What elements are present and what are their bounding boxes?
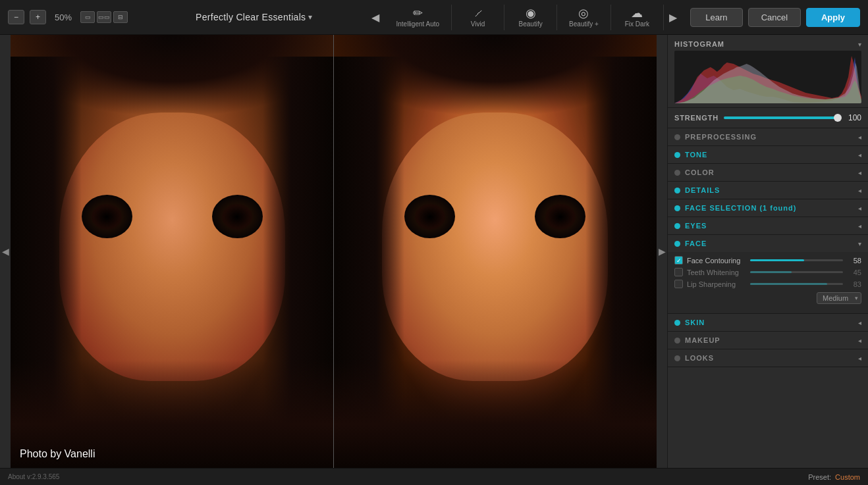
face-label: FACE [685,240,854,247]
eyes-label: EYES [685,222,854,230]
minus-button[interactable]: − [8,10,24,24]
section-tone-header[interactable]: TONE ◂ [668,146,868,163]
face-contouring-slider[interactable] [750,259,843,261]
strength-slider[interactable] [724,116,838,119]
right-panel: HISTOGRAM ▾ STRENGTH [667,35,868,468]
chin-right [334,360,657,469]
histogram-section: HISTOGRAM ▾ [668,35,868,108]
section-makeup-header[interactable]: MAKEUP ◂ [668,332,868,349]
preprocessing-arrow: ◂ [858,134,861,141]
eye-left-right [404,195,455,238]
tool-beautify-plus[interactable]: ◎ Beautify + [557,5,611,30]
section-makeup: MAKEUP ◂ [668,332,868,349]
section-preprocessing-header[interactable]: PREPROCESSING ◂ [668,128,868,145]
section-skin: SKIN ◂ [668,314,868,332]
statusbar: About v:2.9.3.565 Preset: Custom [0,468,868,485]
strength-value: 100 [843,113,861,122]
tone-arrow: ◂ [858,151,861,159]
zoom-level: 50% [51,13,75,22]
makeup-arrow: ◂ [858,337,861,344]
lip-sharpening-slider[interactable] [750,283,843,285]
teeth-whitening-slider[interactable] [750,271,843,273]
tool-fix-dark[interactable]: ☁ Fix Dark [611,5,664,30]
view-compare[interactable]: ⊟ [113,11,128,23]
section-color-header[interactable]: COLOR ◂ [668,164,868,181]
tool-vivid[interactable]: ⟋ Vivid [452,5,504,30]
view-split[interactable]: ▭▭ [97,11,111,23]
preset-status: Preset: Custom [808,473,860,481]
tool-fix-dark-label: Fix Dark [625,20,649,28]
plus-button[interactable]: + [30,10,46,24]
color-arrow: ◂ [858,169,861,176]
eyes-right [404,195,585,238]
right-panel-arrow[interactable]: ▶ [657,35,667,468]
section-eyes-header[interactable]: EYES ◂ [668,217,868,234]
makeup-dot [674,338,680,344]
color-label: COLOR [685,168,854,176]
section-face-header[interactable]: FACE ▾ [668,235,868,252]
section-looks-header[interactable]: LOOKS ◂ [668,349,868,367]
teeth-whitening-label: Teeth Whitening [687,268,746,276]
face-skin-left [59,113,285,381]
photo-credit: Photo by Vanelli [20,448,95,460]
tool-beautify[interactable]: ◉ Beautify [504,5,557,30]
lip-sharpening-fill [750,283,827,285]
preprocessing-dot [674,134,680,140]
face-selection-dot [674,205,680,211]
apply-button[interactable]: Apply [806,8,860,27]
details-arrow: ◂ [858,187,861,194]
face-contouring-checkbox[interactable]: ✓ [674,256,683,265]
beautify-icon: ◉ [526,7,536,19]
eyes-left [82,195,263,238]
lip-sharpening-checkbox[interactable] [674,280,683,288]
tools-prev-arrow[interactable]: ◀ [366,5,385,30]
version-label: About v:2.9.3.565 [8,473,59,480]
view-single[interactable]: ▭ [80,11,95,23]
tools-next-arrow[interactable]: ▶ [664,5,682,30]
strength-label: STRENGTH [674,114,719,122]
topbar-center: Perfectly Clear Essentials ▾ [145,12,366,22]
tool-intelligent-auto[interactable]: ✏ Intelligent Auto [385,5,452,30]
lip-sharpening-row: Lip Sharpening 83 [674,280,861,288]
fix-dark-icon: ☁ [631,7,643,19]
tool-beautify-label: Beautify [519,20,543,28]
medium-dropdown-wrapper: Medium Low High [817,292,861,304]
section-face-selection-header[interactable]: FACE SELECTION (1 found) ◂ [668,199,868,217]
topbar-tools: ◀ ✏ Intelligent Auto ⟋ Vivid ◉ Beautify … [366,5,682,30]
color-dot [674,170,680,176]
medium-dropdown[interactable]: Medium Low High [817,292,861,304]
face-arrow: ▾ [858,240,861,247]
intelligent-auto-icon: ✏ [413,7,423,19]
left-panel-arrow[interactable]: ◀ [0,35,11,468]
face-selection-label: FACE SELECTION (1 found) [685,204,854,212]
main: ◀ Photo by Vanelli [0,35,868,468]
teeth-whitening-fill [750,271,792,273]
details-dot [674,188,680,193]
tool-beautify-plus-label: Beautify + [569,20,599,28]
tool-vivid-label: Vivid [471,20,485,28]
skin-label: SKIN [685,319,854,326]
section-skin-header[interactable]: SKIN ◂ [668,314,868,331]
tone-label: TONE [685,151,854,159]
face-contouring-label: Face Contouring [687,257,746,265]
section-face: FACE ▾ ✓ Face Contouring 58 [668,235,868,314]
teeth-whitening-value: 45 [847,268,861,276]
histogram-collapse-arrow[interactable]: ▾ [858,41,861,48]
eyes-dot [674,223,680,229]
face-selection-arrow: ◂ [858,205,861,212]
preset-value-label: Custom [835,473,860,481]
learn-button[interactable]: Learn [690,8,743,27]
view-icons: ▭ ▭▭ ⊟ [80,11,128,23]
looks-label: LOOKS [685,354,854,362]
face-expanded: ✓ Face Contouring 58 Teeth Whitening 45 [668,252,868,313]
skin-arrow: ◂ [858,319,861,326]
skin-dot [674,320,680,326]
preset-dropdown-button[interactable]: ▾ [306,13,315,22]
teeth-whitening-checkbox[interactable] [674,268,683,276]
cancel-button[interactable]: Cancel [748,8,801,27]
makeup-label: MAKEUP [685,336,854,344]
strength-thumb[interactable] [834,114,842,122]
image-area: Photo by Vanelli [11,35,657,468]
tone-dot [674,152,680,158]
section-details-header[interactable]: DETAILS ◂ [668,182,868,199]
